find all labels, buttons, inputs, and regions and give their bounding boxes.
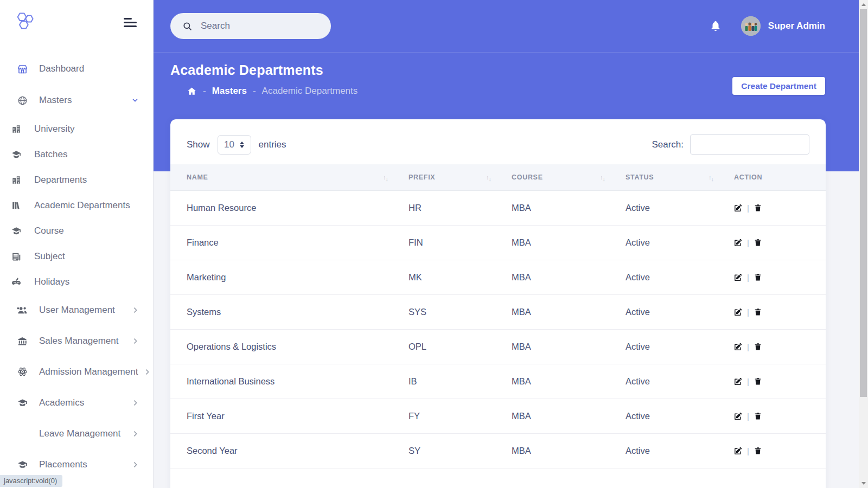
sidebar-header	[0, 0, 153, 43]
trash-icon[interactable]	[754, 377, 762, 386]
graduation-cap-icon	[16, 459, 28, 470]
edit-icon[interactable]	[733, 377, 743, 386]
sidebar-item-departments[interactable]: Departments	[0, 167, 153, 192]
edit-icon[interactable]	[733, 238, 743, 247]
trash-icon[interactable]	[754, 238, 762, 247]
table-row: International Business IB MBA Active |	[170, 364, 826, 399]
sidebar-item-academics[interactable]: Academics	[0, 387, 153, 418]
sidebar-item-subject[interactable]: Subject	[0, 243, 153, 269]
cell-actions: |	[726, 238, 826, 247]
global-search[interactable]	[170, 13, 331, 39]
top-navbar: Super Admin	[154, 0, 859, 53]
cell-status: Active	[617, 411, 726, 421]
cell-name: Second Year	[170, 446, 400, 456]
sidebar-item-label: Academic Departments	[34, 200, 130, 211]
bank-icon	[16, 336, 28, 346]
column-label: NAME	[187, 174, 208, 181]
sidebar: Dashboard Masters	[0, 0, 154, 488]
notifications-bell-icon[interactable]	[710, 20, 722, 32]
sidebar-item-batches[interactable]: Batches	[0, 142, 153, 167]
app-root: Dashboard Masters	[0, 0, 868, 488]
entries-label: entries	[259, 139, 286, 150]
chevron-right-icon	[132, 461, 139, 468]
cell-course: MBA	[503, 307, 617, 317]
global-search-input[interactable]	[200, 20, 319, 32]
sidebar-toggle-button[interactable]	[124, 15, 137, 29]
chevron-right-icon	[132, 337, 139, 344]
column-header-course[interactable]: COURSE ↑↓	[503, 164, 617, 190]
home-icon[interactable]	[187, 86, 197, 97]
sidebar-item-university[interactable]: University	[0, 116, 153, 142]
sidebar-item-academic-departments[interactable]: Academic Departments	[0, 192, 153, 218]
edit-icon[interactable]	[733, 307, 743, 317]
edit-icon[interactable]	[733, 412, 743, 421]
sidebar-item-dashboard[interactable]: Dashboard	[0, 53, 153, 85]
edit-icon[interactable]	[733, 203, 743, 213]
table-header-row: NAME ↑↓ PREFIX ↑↓ COURSE ↑↓ STATUS ↑↓ AC…	[170, 164, 826, 191]
sidebar-item-admission-management[interactable]: Admission Management	[0, 356, 153, 387]
books-icon	[10, 200, 23, 211]
table-search-input[interactable]	[690, 134, 809, 155]
cell-actions: |	[726, 307, 826, 317]
trash-icon[interactable]	[754, 307, 762, 317]
cell-name: Operations & Logistics	[170, 342, 400, 352]
scroll-up-arrow-icon[interactable]	[859, 0, 868, 9]
sidebar-item-holidays[interactable]: Holidays	[0, 269, 153, 294]
cell-name: First Year	[170, 411, 400, 421]
create-department-button[interactable]: Create Department	[732, 77, 825, 95]
building-icon	[10, 124, 23, 134]
sidebar-item-label: Batches	[34, 149, 67, 160]
scroll-down-arrow-icon[interactable]	[859, 479, 868, 488]
trash-icon[interactable]	[754, 203, 762, 213]
column-header-status[interactable]: STATUS ↑↓	[617, 164, 726, 190]
sidebar-item-sales-management[interactable]: Sales Management	[0, 325, 153, 356]
cell-course: MBA	[503, 411, 617, 421]
vertical-scrollbar[interactable]	[859, 0, 868, 488]
building-icon	[10, 175, 23, 185]
breadcrumb-current: Academic Departments	[262, 86, 358, 97]
cell-status: Active	[617, 307, 726, 317]
sidebar-item-label: University	[34, 124, 75, 134]
user-avatar[interactable]	[741, 16, 761, 36]
sort-icon: ↑↓	[709, 174, 714, 181]
action-separator: |	[747, 273, 749, 282]
action-separator: |	[747, 307, 749, 317]
table-row: Finance FIN MBA Active |	[170, 226, 826, 260]
sidebar-item-leave-management[interactable]: Leave Management	[0, 418, 153, 449]
edit-icon[interactable]	[733, 446, 743, 455]
breadcrumb-masters[interactable]: Masters	[212, 86, 247, 97]
sidebar-item-label: Holidays	[34, 277, 69, 287]
table-bottom-spacer	[170, 468, 826, 488]
chevron-right-icon	[132, 399, 139, 406]
cell-name: Marketing	[170, 272, 400, 282]
sidebar-item-label: Course	[34, 226, 64, 236]
cell-course: MBA	[503, 203, 617, 213]
edit-icon[interactable]	[733, 273, 743, 282]
edit-icon[interactable]	[733, 342, 743, 351]
chevron-right-icon	[132, 430, 139, 437]
select-arrows-icon	[240, 142, 244, 148]
sidebar-item-label: Placements	[39, 459, 87, 470]
chevron-right-icon	[132, 306, 139, 313]
action-separator: |	[747, 446, 749, 455]
trash-icon[interactable]	[754, 273, 762, 282]
sidebar-item-course[interactable]: Course	[0, 218, 153, 243]
column-label: STATUS	[626, 174, 654, 181]
table-card: Show 10 entries Search: NAME ↑↓	[170, 119, 826, 488]
trash-icon[interactable]	[754, 446, 762, 455]
app-logo-icon	[14, 10, 35, 33]
sidebar-item-user-management[interactable]: User Management	[0, 294, 153, 325]
page-header: Academic Departments - Masters - Academi…	[154, 53, 859, 119]
column-header-name[interactable]: NAME ↑↓	[170, 164, 400, 190]
sidebar-item-masters[interactable]: Masters	[0, 85, 153, 116]
action-separator: |	[747, 238, 749, 247]
cell-course: MBA	[503, 376, 617, 387]
column-header-prefix[interactable]: PREFIX ↑↓	[400, 164, 503, 190]
cell-course: MBA	[503, 342, 617, 352]
sidebar-item-label: Dashboard	[39, 63, 84, 74]
page-length-select[interactable]: 10	[218, 135, 251, 155]
scrollbar-thumb[interactable]	[860, 9, 867, 397]
trash-icon[interactable]	[754, 342, 762, 351]
trash-icon[interactable]	[754, 412, 762, 421]
sort-icon: ↑↓	[600, 174, 605, 181]
